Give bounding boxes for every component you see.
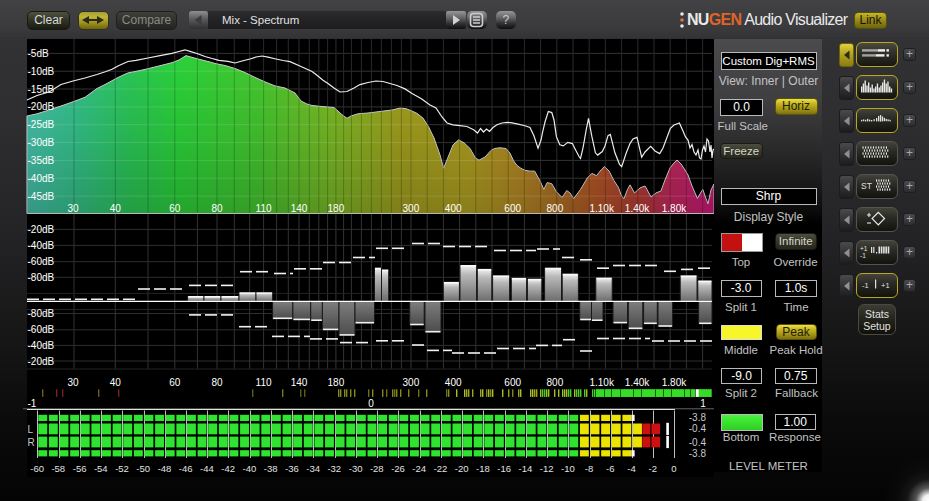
svg-text:600: 600 (504, 203, 521, 214)
svg-text:-54: -54 (94, 463, 108, 474)
svg-text:-4: -4 (627, 463, 635, 474)
svg-text:-15dB: -15dB (28, 84, 55, 95)
svg-text:-34: -34 (306, 463, 320, 474)
svg-text:800: 800 (547, 377, 564, 388)
svg-text:140: 140 (291, 377, 308, 388)
svg-text:-22: -22 (434, 463, 448, 474)
svg-text:-48: -48 (158, 463, 172, 474)
svg-text:80: 80 (211, 377, 223, 388)
svg-text:-10: -10 (561, 463, 575, 474)
svg-text:110: 110 (256, 377, 272, 388)
svg-text:180: 180 (328, 377, 345, 388)
svg-text:-35dB: -35dB (28, 155, 55, 166)
svg-text:-42: -42 (221, 463, 235, 474)
svg-text:-1: -1 (860, 252, 866, 259)
svg-text:0: 0 (671, 463, 676, 474)
svg-text:-30: -30 (349, 463, 363, 474)
svg-text:60: 60 (169, 203, 181, 214)
svg-text:-38: -38 (264, 463, 278, 474)
svg-text:-20dB: -20dB (28, 101, 55, 112)
svg-text:-30dB: -30dB (28, 137, 55, 148)
svg-text:-16: -16 (497, 463, 511, 474)
svg-text:300: 300 (403, 203, 420, 214)
svg-text:-20dB: -20dB (28, 224, 55, 235)
svg-text:-0.4: -0.4 (689, 423, 707, 434)
svg-text:-60dB: -60dB (28, 256, 55, 267)
svg-text:-40dB: -40dB (28, 340, 55, 351)
svg-text:40: 40 (110, 377, 122, 388)
svg-text:400: 400 (445, 377, 462, 388)
svg-text:-12: -12 (540, 463, 554, 474)
svg-text:-60dB: -60dB (28, 324, 55, 335)
svg-text:+1: +1 (860, 245, 868, 252)
svg-text:+1: +1 (881, 281, 890, 290)
svg-text:-56: -56 (73, 463, 87, 474)
svg-text:-28: -28 (370, 463, 384, 474)
svg-text:R: R (28, 437, 35, 448)
svg-text:-32: -32 (327, 463, 341, 474)
svg-text:1.10k: 1.10k (589, 203, 614, 214)
svg-text:-14: -14 (519, 463, 533, 474)
svg-text:-0.4: -0.4 (689, 437, 707, 448)
svg-text:-6: -6 (606, 463, 614, 474)
svg-text:-10dB: -10dB (28, 66, 55, 77)
svg-text:-5dB: -5dB (28, 48, 49, 59)
svg-text:-3.8: -3.8 (689, 412, 707, 423)
svg-text:ST: ST (861, 181, 872, 191)
svg-text:-44: -44 (200, 463, 214, 474)
svg-text:-58: -58 (51, 463, 65, 474)
svg-text:300: 300 (403, 377, 420, 388)
svg-text:80: 80 (211, 203, 223, 214)
svg-text:-52: -52 (115, 463, 129, 474)
svg-text:-25dB: -25dB (28, 119, 55, 130)
svg-text:-2: -2 (649, 463, 657, 474)
svg-text:L: L (28, 424, 34, 435)
svg-text:800: 800 (547, 203, 564, 214)
svg-text:-50: -50 (136, 463, 150, 474)
svg-text:-36: -36 (285, 463, 299, 474)
svg-text:30: 30 (67, 377, 79, 388)
svg-text:110: 110 (256, 203, 272, 214)
svg-text:-1: -1 (28, 398, 37, 409)
svg-text:1.40k: 1.40k (625, 377, 650, 388)
svg-text:-45dB: -45dB (28, 191, 55, 202)
svg-text:-46: -46 (179, 463, 193, 474)
svg-text:1.40k: 1.40k (625, 203, 650, 214)
svg-text:-40dB: -40dB (28, 173, 55, 184)
svg-text:600: 600 (504, 377, 521, 388)
svg-text:30: 30 (67, 203, 79, 214)
svg-text:-20: -20 (455, 463, 469, 474)
svg-text:-80dB: -80dB (28, 272, 55, 283)
svg-text:-20dB: -20dB (28, 356, 55, 367)
svg-text:0: 0 (368, 398, 374, 409)
svg-text:-24: -24 (412, 463, 426, 474)
svg-text:-18: -18 (476, 463, 490, 474)
svg-text:1: 1 (700, 398, 706, 409)
svg-text:140: 140 (291, 203, 308, 214)
svg-text:180: 180 (328, 203, 345, 214)
svg-text:-60: -60 (30, 463, 44, 474)
svg-text:-3.8: -3.8 (689, 448, 707, 459)
svg-text:-8: -8 (585, 463, 593, 474)
svg-text:1.10k: 1.10k (589, 377, 614, 388)
svg-text:60: 60 (169, 377, 181, 388)
svg-text:400: 400 (445, 203, 462, 214)
svg-text:-40dB: -40dB (28, 240, 55, 251)
svg-text:1.80k: 1.80k (662, 203, 687, 214)
svg-text:-40: -40 (243, 463, 257, 474)
svg-text:1.80k: 1.80k (662, 377, 687, 388)
svg-text:-1: -1 (862, 281, 869, 290)
svg-text:-26: -26 (391, 463, 405, 474)
svg-text:-80dB: -80dB (28, 308, 55, 319)
svg-text:40: 40 (110, 203, 122, 214)
